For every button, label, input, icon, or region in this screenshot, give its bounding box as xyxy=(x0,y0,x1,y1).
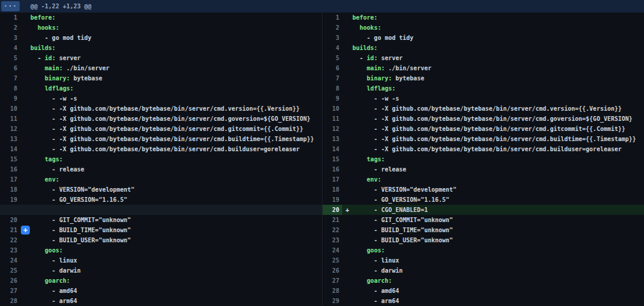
left-line-number[interactable]: 12 xyxy=(0,124,20,134)
left-line-number[interactable]: 9 xyxy=(0,93,20,104)
yaml-key-token: main: xyxy=(367,65,385,71)
left-line-number[interactable]: 11 xyxy=(0,114,20,124)
left-line-number[interactable]: 2 xyxy=(0,23,20,33)
right-line-number[interactable]: 9 xyxy=(322,93,342,104)
line-marker xyxy=(342,235,352,245)
right-code-line: goos: xyxy=(352,245,644,255)
right-line-number[interactable]: 27 xyxy=(322,276,342,286)
right-line-number[interactable]: 21 xyxy=(322,215,342,225)
left-line-number[interactable]: 16 xyxy=(0,164,20,174)
left-line-number[interactable]: 17 xyxy=(0,174,20,185)
code-token: - -X github.com/bytebase/bytebase/bin/se… xyxy=(30,136,314,142)
right-line-number[interactable]: 26 xyxy=(322,266,342,276)
expand-hunk-button[interactable]: ··· xyxy=(1,1,20,11)
right-line-number[interactable]: 5 xyxy=(322,53,342,63)
line-marker xyxy=(342,185,352,195)
add-comment-button[interactable]: + xyxy=(21,226,30,235)
right-line-number[interactable]: 3 xyxy=(322,33,342,43)
left-line-number[interactable]: 13 xyxy=(0,134,20,144)
left-line-number[interactable]: 27 xyxy=(0,286,20,296)
code-token xyxy=(352,176,367,183)
left-line-number[interactable]: 6 xyxy=(0,63,20,73)
right-line-number[interactable]: 22 xyxy=(322,225,342,235)
right-line-number[interactable]: 2 xyxy=(322,23,342,33)
right-line-number[interactable]: 13 xyxy=(322,134,342,144)
right-code-line: - -X github.com/bytebase/bytebase/bin/se… xyxy=(352,124,644,134)
left-line-number[interactable]: 14 xyxy=(0,144,20,154)
left-line-number[interactable]: 7 xyxy=(0,73,20,83)
right-line-number[interactable]: 17 xyxy=(322,174,342,185)
right-code-line: env: xyxy=(352,174,644,185)
left-line-number[interactable]: 15 xyxy=(0,154,20,164)
code-token xyxy=(30,24,38,31)
left-code-line: tags: xyxy=(30,154,322,164)
left-line-number[interactable]: 26 xyxy=(0,276,20,286)
line-marker xyxy=(342,296,352,306)
left-line-number[interactable]: 22 xyxy=(0,235,20,245)
right-line-number[interactable]: 14 xyxy=(322,144,342,154)
code-token xyxy=(30,247,45,254)
left-code-line: - -X github.com/bytebase/bytebase/bin/se… xyxy=(30,134,322,144)
right-line-number[interactable]: 29 xyxy=(322,296,342,306)
left-line-number[interactable]: 18 xyxy=(0,185,20,195)
code-token: - linux xyxy=(352,257,399,264)
left-code-line: - GO_VERSION="1.16.5" xyxy=(30,195,322,205)
right-line-number[interactable]: 15 xyxy=(322,154,342,164)
right-line-number[interactable]: 18 xyxy=(322,185,342,195)
code-token: - amd64 xyxy=(352,288,399,294)
left-line-number[interactable]: 25 xyxy=(0,266,20,276)
code-token: - GO_VERSION="1.16.5" xyxy=(352,196,450,203)
line-marker xyxy=(342,266,352,276)
right-code-line: - release xyxy=(352,164,644,174)
right-line-number[interactable]: 16 xyxy=(322,164,342,174)
line-marker xyxy=(20,286,30,296)
right-line-number[interactable]: 20 xyxy=(322,205,342,215)
line-marker xyxy=(342,245,352,255)
code-token xyxy=(352,277,367,284)
left-line-number[interactable]: 19 xyxy=(0,195,20,205)
right-line-number[interactable]: 24 xyxy=(322,245,342,255)
code-token xyxy=(30,65,45,71)
left-line-number[interactable]: 20 xyxy=(0,215,20,225)
right-line-number[interactable]: 23 xyxy=(322,235,342,245)
code-token xyxy=(352,24,360,31)
right-line-number[interactable]: 12 xyxy=(322,124,342,134)
left-line-number[interactable]: 24 xyxy=(0,255,20,266)
code-token: - BUILD_USER="unknown" xyxy=(352,237,453,243)
left-line-number[interactable]: 8 xyxy=(0,83,20,93)
yaml-key-token: before: xyxy=(352,14,377,21)
left-line-number[interactable]: 23 xyxy=(0,245,20,255)
right-line-number[interactable]: 8 xyxy=(322,83,342,93)
right-line-number[interactable]: 25 xyxy=(322,255,342,266)
right-line-number[interactable]: 28 xyxy=(322,286,342,296)
line-marker xyxy=(342,225,352,235)
split-diff: ··· @@ -1,22 +1,23 @@ 1before:1before:2 … xyxy=(0,0,644,306)
left-line-number[interactable]: 28 xyxy=(0,296,20,306)
left-line-number[interactable]: 21 xyxy=(0,225,20,235)
left-line-number[interactable]: 4 xyxy=(0,43,20,53)
line-marker xyxy=(342,33,352,43)
left-line-number[interactable]: 5 xyxy=(0,53,20,63)
yaml-key-token: binary: xyxy=(367,75,392,82)
code-token: - -w -s xyxy=(30,95,77,102)
left-code-line: - linux xyxy=(30,255,322,266)
right-line-number[interactable]: 4 xyxy=(322,43,342,53)
right-line-number[interactable]: 7 xyxy=(322,73,342,83)
line-marker xyxy=(20,205,30,215)
left-line-number[interactable]: 1 xyxy=(0,13,20,23)
right-line-number[interactable]: 6 xyxy=(322,63,342,73)
yaml-key-token: builds: xyxy=(30,45,55,51)
yaml-key-token: main: xyxy=(45,65,63,71)
right-line-number[interactable]: 10 xyxy=(322,104,342,114)
right-code-line: goarch: xyxy=(352,276,644,286)
code-token: - GO_VERSION="1.16.5" xyxy=(30,196,128,203)
line-marker xyxy=(20,174,30,185)
left-line-number[interactable]: 10 xyxy=(0,104,20,114)
line-marker xyxy=(342,23,352,33)
right-line-number[interactable]: 1 xyxy=(322,13,342,23)
line-marker xyxy=(20,83,30,93)
code-token: - BUILD_TIME="unknown" xyxy=(30,227,131,233)
right-line-number[interactable]: 11 xyxy=(322,114,342,124)
left-line-number[interactable]: 3 xyxy=(0,33,20,43)
right-line-number[interactable]: 19 xyxy=(322,195,342,205)
